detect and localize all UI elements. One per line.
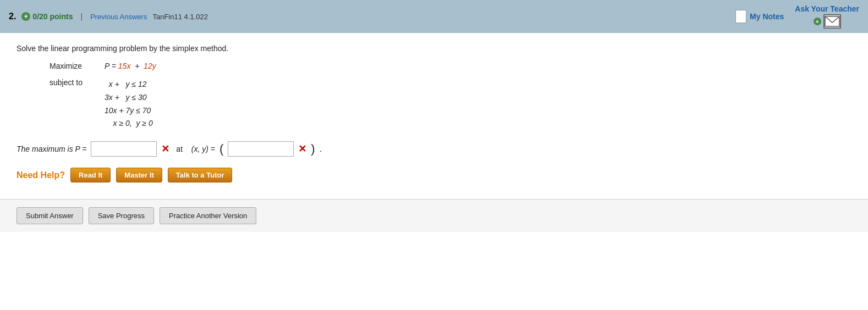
xy-value-input[interactable] — [228, 141, 294, 157]
maximize-label: Maximize — [50, 62, 105, 70]
ask-teacher-icons: + — [814, 14, 841, 29]
at-text: at — [174, 145, 186, 153]
ask-teacher-label[interactable]: Ask Your Teacher — [795, 4, 859, 13]
submit-answer-button[interactable]: Submit Answer — [17, 207, 83, 224]
period: . — [320, 144, 322, 154]
subject-to-section: subject to x + y ≤ 12 3x + y ≤ 30 10x + … — [50, 78, 851, 130]
talk-to-tutor-button[interactable]: Talk to a Tutor — [168, 168, 233, 182]
footer-bar: Submit Answer Save Progress Practice Ano… — [0, 199, 868, 232]
maximize-row: Maximize P = 15x + 12y — [50, 62, 851, 70]
problem-statement: Solve the linear programming problem by … — [17, 44, 851, 53]
answer-row: The maximum is P = ✕ at (x, y) = ( ✕ ) . — [17, 141, 851, 157]
plus-circle-small-icon: + — [814, 18, 821, 25]
read-it-button[interactable]: Read It — [70, 168, 111, 182]
notes-icon — [735, 10, 746, 23]
ask-teacher-col: Ask Your Teacher + — [795, 4, 859, 29]
divider: | — [80, 12, 83, 21]
constraint-2: 3x + y ≤ 30 — [105, 91, 153, 104]
need-help-row: Need Help? Read It Master It Talk to a T… — [17, 168, 851, 182]
my-notes-area[interactable]: My Notes — [735, 10, 784, 23]
constraint-1: x + y ≤ 12 — [105, 78, 153, 91]
ask-teacher-row: Ask Your Teacher — [795, 4, 859, 13]
close-paren: ) — [311, 142, 315, 156]
envelope-icon[interactable] — [823, 14, 841, 29]
source-text: TanFin11 4.1.022 — [152, 13, 207, 21]
header-left: 2. + 0/20 points | Previous Answers TanF… — [9, 12, 208, 21]
master-it-button[interactable]: Master It — [116, 168, 162, 182]
constraints-block: x + y ≤ 12 3x + y ≤ 30 10x + 7y ≤ 70 x ≥… — [105, 78, 153, 130]
maximize-p: P = 15x + 12y — [105, 62, 156, 70]
previous-answers-link[interactable]: Previous Answers — [90, 13, 147, 21]
my-notes-label: My Notes — [750, 12, 784, 21]
plus-circle-icon: + — [21, 12, 30, 21]
maximize-12y: 12y — [144, 62, 156, 70]
main-content: Solve the linear programming problem by … — [0, 33, 868, 199]
header-bar: 2. + 0/20 points | Previous Answers TanF… — [0, 0, 868, 33]
need-help-label: Need Help? — [17, 170, 65, 180]
p-error-mark: ✕ — [161, 143, 169, 155]
xy-error-mark: ✕ — [298, 143, 306, 155]
subject-label: subject to — [50, 78, 105, 87]
points-text: 0/20 points — [32, 12, 73, 21]
header-right: My Notes Ask Your Teacher + — [735, 4, 859, 29]
answer-prefix: The maximum is P = — [17, 145, 86, 153]
save-progress-button[interactable]: Save Progress — [89, 207, 154, 224]
constraint-4: x ≥ 0, y ≥ 0 — [105, 117, 153, 130]
constraint-3: 10x + 7y ≤ 70 — [105, 104, 153, 118]
open-paren: ( — [219, 142, 223, 156]
question-number: 2. — [9, 12, 16, 21]
page-wrapper: 2. + 0/20 points | Previous Answers TanF… — [0, 0, 868, 310]
maximize-15x: 15x — [118, 62, 131, 70]
points-badge: + 0/20 points — [21, 12, 73, 21]
p-value-input[interactable] — [91, 141, 157, 157]
practice-another-version-button[interactable]: Practice Another Version — [160, 207, 256, 224]
xy-label: (x, y) = — [191, 145, 215, 153]
